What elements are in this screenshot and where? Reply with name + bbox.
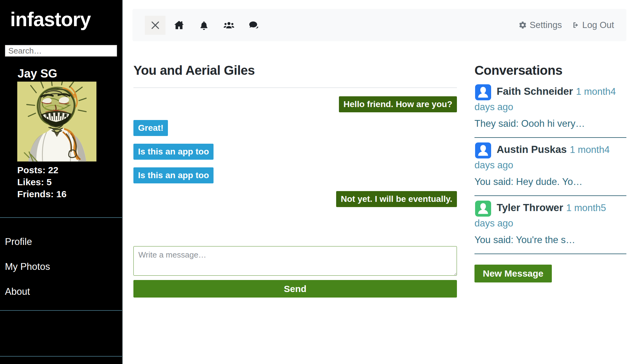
conversation-name: Austin Puskas bbox=[497, 144, 567, 155]
new-message-button[interactable]: New Message bbox=[474, 265, 552, 282]
user-avatar-icon bbox=[474, 201, 492, 217]
conversation-item[interactable]: Austin Puskas1 month4 days agoYou said: … bbox=[474, 138, 626, 196]
send-button[interactable]: Send bbox=[133, 280, 457, 298]
conversation-list: Faith Schneider1 month4 days agoThey sai… bbox=[474, 80, 626, 254]
top-navbar: Settings Log Out bbox=[132, 9, 626, 41]
logout-label: Log Out bbox=[582, 20, 614, 30]
user-avatar-icon bbox=[474, 84, 492, 100]
conversation-avatar bbox=[474, 84, 492, 100]
message-row: Is this an app too bbox=[133, 144, 457, 160]
message-row: Not yet. I will be eventually. bbox=[133, 191, 457, 207]
sidebar: infastory Jay SG bbox=[0, 0, 123, 364]
friends-users-icon[interactable] bbox=[223, 19, 235, 31]
profile-name: Jay SG bbox=[18, 67, 122, 80]
conversation-avatar bbox=[474, 201, 492, 217]
chat-bubble: Is this an app too bbox=[133, 167, 214, 183]
main-area: Settings Log Out You and Aerial Giles He… bbox=[123, 0, 631, 364]
app-logo: infastory bbox=[0, 0, 122, 31]
close-button[interactable] bbox=[145, 16, 165, 35]
profile-stat: Friends: 16 bbox=[17, 188, 122, 200]
conversation-preview: You said: You're the s… bbox=[474, 233, 626, 247]
conversation-name: Faith Schneider bbox=[497, 86, 573, 97]
compose-area: Send bbox=[133, 246, 457, 298]
chat-panel: You and Aerial Giles Hello friend. How a… bbox=[133, 63, 457, 298]
conversations-panel: Conversations Faith Schneider1 month4 da… bbox=[474, 63, 626, 282]
conversation-name: Tyler Thrower bbox=[497, 202, 563, 213]
sign-out-icon bbox=[571, 21, 580, 29]
settings-label: Settings bbox=[530, 20, 562, 30]
chat-bubble: Not yet. I will be eventually. bbox=[336, 191, 457, 207]
settings-button[interactable]: Settings bbox=[519, 20, 562, 30]
logout-button[interactable]: Log Out bbox=[571, 20, 614, 30]
message-list: Hello friend. How are you?Great!Is this … bbox=[133, 96, 457, 207]
messages-comments-icon[interactable] bbox=[248, 19, 260, 31]
message-input[interactable] bbox=[133, 246, 457, 276]
message-row: Hello friend. How are you? bbox=[133, 96, 457, 112]
sidebar-nav: ProfileMy PhotosAbout bbox=[0, 218, 122, 310]
home-icon[interactable] bbox=[173, 19, 185, 31]
profile-stat: Posts: 22 bbox=[17, 164, 122, 176]
conversation-preview: You said: Hey dude. Yo… bbox=[474, 175, 626, 189]
conversation-item[interactable]: Tyler Thrower1 month5 days agoYou said: … bbox=[474, 196, 626, 254]
gear-icon bbox=[519, 21, 527, 29]
message-row: Great! bbox=[133, 120, 457, 136]
navbar-icon-group bbox=[173, 19, 260, 31]
chat-bubble: Great! bbox=[133, 120, 168, 136]
conversations-title: Conversations bbox=[474, 63, 626, 78]
profile-picture bbox=[17, 82, 96, 162]
sidebar-divider bbox=[0, 310, 122, 311]
profile-stats: Posts: 22Likes: 5Friends: 16 bbox=[17, 164, 122, 200]
sidebar-divider bbox=[0, 356, 122, 357]
sidebar-item-my-photos[interactable]: My Photos bbox=[5, 261, 50, 272]
conversation-item[interactable]: Faith Schneider1 month4 days agoThey sai… bbox=[474, 80, 626, 138]
profile-art-scribble bbox=[17, 82, 96, 162]
message-row: Is this an app too bbox=[133, 167, 457, 183]
chat-title: You and Aerial Giles bbox=[133, 63, 457, 78]
chat-bubble: Is this an app too bbox=[133, 144, 214, 160]
messages-page: infastory Jay SG bbox=[0, 0, 631, 364]
notifications-bell-icon[interactable] bbox=[198, 19, 210, 31]
conversation-preview: They said: Oooh hi very… bbox=[474, 117, 626, 130]
chat-bubble: Hello friend. How are you? bbox=[339, 96, 457, 112]
close-icon bbox=[150, 20, 161, 31]
conversation-avatar bbox=[474, 142, 492, 158]
chat-title-rule bbox=[133, 87, 457, 88]
profile-stat: Likes: 5 bbox=[17, 176, 122, 188]
navbar-right-group: Settings Log Out bbox=[519, 20, 614, 30]
user-avatar-icon bbox=[474, 142, 492, 158]
sidebar-item-profile[interactable]: Profile bbox=[5, 236, 32, 247]
search-input[interactable] bbox=[5, 45, 117, 57]
sidebar-item-about[interactable]: About bbox=[5, 286, 30, 297]
